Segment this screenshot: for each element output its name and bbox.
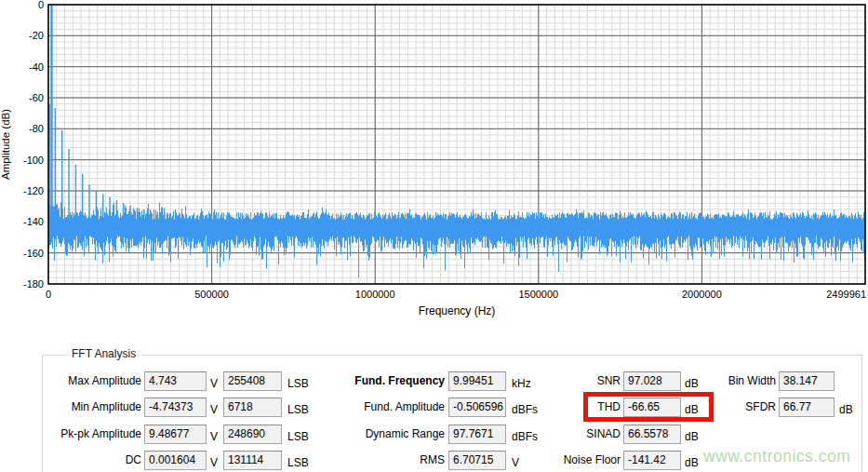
unit-label-pk-pk-amplitude: V bbox=[210, 429, 218, 444]
y-tick-label: -100 bbox=[23, 155, 44, 166]
field-value-min-amplitude[interactable]: -4.74373 bbox=[144, 398, 207, 417]
field-label-dynamic-range: Dynamic Range bbox=[249, 425, 445, 444]
y-tick-label: 0 bbox=[38, 0, 44, 10]
x-tick-label: 500000 bbox=[194, 289, 229, 300]
y-tick-label: -180 bbox=[23, 278, 44, 290]
watermark-text: www.cntronics.com bbox=[703, 447, 850, 466]
field-label-pk-pk-amplitude: Pk-pk Amplitude bbox=[0, 425, 141, 444]
field-value-max-amplitude[interactable]: 4.743 bbox=[144, 371, 207, 391]
y-tick-label: -20 bbox=[29, 30, 44, 41]
field-label-sinad: SINAD bbox=[425, 425, 621, 444]
x-tick-label: 1500000 bbox=[518, 289, 558, 300]
field-value-bin-width[interactable]: 38.147 bbox=[779, 371, 835, 391]
fft-analysis-title: FFT Analysis bbox=[66, 347, 141, 360]
y-tick-label: -40 bbox=[29, 61, 44, 73]
field-label-rms: RMS bbox=[249, 451, 445, 470]
unit-label-dc: V bbox=[210, 455, 218, 470]
field-value-sfdr[interactable]: 66.77 bbox=[779, 398, 835, 417]
field-value-dc[interactable]: 0.001604 bbox=[144, 451, 207, 470]
fft-spectrum-plot: 0-20-40-60-80-100-120-140-160-1800500000… bbox=[0, 0, 868, 328]
field-label-bin-width: Bin Width bbox=[581, 371, 776, 391]
field-label-fund-frequency: Fund. Frequency bbox=[249, 371, 445, 391]
unit-label-max-amplitude: V bbox=[210, 376, 218, 391]
unit-label-noise-floor: dB bbox=[685, 455, 699, 470]
y-tick-label: -160 bbox=[23, 248, 44, 259]
field-label-max-amplitude: Max Amplitude bbox=[0, 371, 141, 391]
field-value-noise-floor[interactable]: -141.42 bbox=[623, 451, 681, 470]
unit-label-sinad: dB bbox=[685, 429, 699, 444]
x-tick-label: 0 bbox=[46, 289, 51, 300]
field-label-fund-amplitude: Fund. Amplitude bbox=[249, 398, 445, 417]
y-tick-label: -120 bbox=[23, 185, 44, 196]
spectrum-svg: 0-20-40-60-80-100-120-140-160-1800500000… bbox=[0, 0, 868, 328]
field-label-dc: DC bbox=[0, 451, 141, 470]
field-label-noise-floor: Noise Floor bbox=[425, 451, 621, 470]
x-tick-label: 2499961 bbox=[826, 289, 866, 300]
field-value-pk-pk-amplitude[interactable]: 9.48677 bbox=[144, 425, 207, 444]
y-axis-title: Amplitude (dB) bbox=[0, 109, 11, 180]
field-label-sfdr: SFDR bbox=[581, 398, 776, 417]
y-tick-label: -140 bbox=[23, 216, 44, 227]
field-label-min-amplitude: Min Amplitude bbox=[0, 398, 141, 417]
x-tick-label: 2000000 bbox=[682, 289, 722, 300]
unit-label-sfdr: dB bbox=[839, 402, 853, 417]
x-tick-label: 1000000 bbox=[355, 289, 395, 300]
unit-label-min-amplitude: V bbox=[210, 402, 218, 417]
field-value-sinad[interactable]: 66.5578 bbox=[623, 425, 681, 444]
x-axis-title: Frequency (Hz) bbox=[419, 304, 496, 317]
y-tick-label: -60 bbox=[29, 92, 44, 103]
y-tick-label: -80 bbox=[29, 123, 44, 134]
fft-analyzer-window: 0-20-40-60-80-100-120-140-160-1800500000… bbox=[0, 0, 868, 472]
